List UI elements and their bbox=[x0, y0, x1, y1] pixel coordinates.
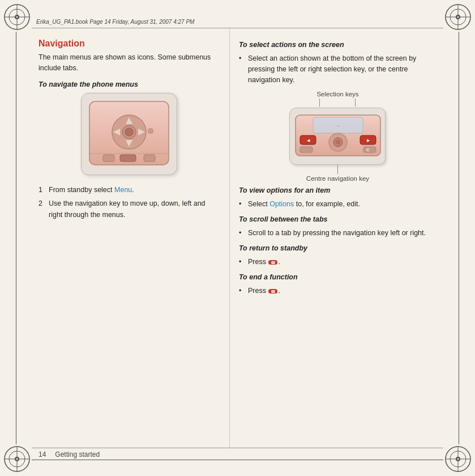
subsection-view-options: To view options for an item bbox=[239, 186, 437, 194]
svg-rect-36 bbox=[144, 155, 155, 162]
bullet-list-scroll: Scroll to a tab by pressing the navigati… bbox=[239, 228, 437, 239]
selection-keys-diagram: Selection keys bbox=[289, 91, 386, 182]
centre-line bbox=[337, 165, 338, 174]
svg-text:~: ~ bbox=[337, 124, 340, 129]
line-right bbox=[355, 99, 356, 107]
steps-list: 1 From standby select Menu. 2 Use the na… bbox=[38, 184, 220, 220]
svg-rect-35 bbox=[120, 155, 136, 162]
section-title: Navigation bbox=[38, 39, 220, 49]
bullet-list-end: Press ☎ . bbox=[239, 286, 437, 296]
step-2-text: Use the navigation key to move up, down,… bbox=[49, 198, 220, 220]
svg-rect-48 bbox=[363, 147, 376, 152]
sel-phone-svg: ~ ◀ ▶ C bbox=[293, 113, 383, 158]
svg-rect-34 bbox=[103, 155, 114, 162]
svg-point-17 bbox=[16, 458, 18, 460]
bullet-scroll-text: Scroll to a tab by pressing the navigati… bbox=[248, 228, 426, 239]
bullet-list-select-actions: Select an action shown at the bottom of … bbox=[239, 53, 437, 85]
svg-point-5 bbox=[16, 16, 18, 18]
svg-text:☎: ☎ bbox=[271, 290, 276, 294]
nav-phone-svg bbox=[87, 99, 171, 167]
svg-rect-32 bbox=[148, 129, 153, 133]
line-left bbox=[319, 99, 320, 107]
corner-decoration-tl bbox=[2, 2, 32, 32]
corner-decoration-br bbox=[443, 444, 473, 474]
step-1: 1 From standby select Menu. bbox=[38, 184, 220, 196]
bullet-return-text: Press ☎ . bbox=[248, 257, 280, 267]
header-text: Erika_UG_PA1.book Page 14 Friday, August… bbox=[36, 19, 194, 25]
bullet-list-return: Press ☎ . bbox=[239, 257, 437, 267]
end-call-icon: ☎ bbox=[268, 258, 278, 265]
step-2-num: 2 bbox=[38, 198, 46, 220]
border-right bbox=[459, 32, 459, 444]
svg-text:C: C bbox=[367, 148, 370, 152]
corner-decoration-tr bbox=[443, 2, 473, 32]
bullet-view-option: Select Options to, for example, edit. bbox=[239, 199, 437, 210]
page-number: 14 bbox=[38, 450, 46, 458]
nav-phone-image-container bbox=[38, 93, 220, 175]
header-bar: Erika_UG_PA1.book Page 14 Friday, August… bbox=[32, 16, 443, 28]
subsection-end-function: To end a function bbox=[239, 273, 437, 281]
svg-rect-47 bbox=[300, 147, 313, 152]
step-2: 2 Use the navigation key to move up, dow… bbox=[38, 198, 220, 220]
step-1-highlight: Menu bbox=[114, 186, 132, 194]
svg-point-44 bbox=[336, 140, 340, 144]
footer-section: Getting started bbox=[55, 450, 100, 458]
svg-point-23 bbox=[457, 458, 459, 460]
subsection-scroll-tabs: To scroll between the tabs bbox=[239, 215, 437, 223]
corner-decoration-bl bbox=[2, 444, 32, 474]
centre-nav-label: Centre navigation key bbox=[306, 175, 369, 182]
left-column: Navigation The main menus are shown as i… bbox=[32, 28, 229, 448]
subsection-select-actions: To select actions on the screen bbox=[239, 41, 437, 49]
border-left bbox=[16, 32, 16, 444]
section-body: The main menus are shown as icons. Some … bbox=[38, 52, 220, 74]
bullet-return: Press ☎ . bbox=[239, 257, 437, 267]
options-highlight: Options bbox=[269, 200, 294, 208]
subsection-return-standby: To return to standby bbox=[239, 244, 437, 252]
step-1-text: From standby select Menu. bbox=[49, 184, 134, 196]
bullet-view-text: Select Options to, for example, edit. bbox=[248, 199, 360, 210]
subsection-navigate: To navigate the phone menus bbox=[38, 80, 220, 88]
main-content: Navigation The main menus are shown as i… bbox=[32, 28, 443, 448]
right-column: To select actions on the screen Select a… bbox=[229, 28, 443, 448]
footer: 14 Getting started bbox=[32, 448, 443, 460]
step-1-num: 1 bbox=[38, 184, 46, 196]
bullet-list-view-options: Select Options to, for example, edit. bbox=[239, 199, 437, 210]
bullet-end-text: Press ☎ . bbox=[248, 286, 280, 296]
end-call-icon-2: ☎ bbox=[268, 287, 278, 294]
svg-point-27 bbox=[125, 128, 133, 136]
svg-point-11 bbox=[457, 16, 459, 18]
bullet-scroll: Scroll to a tab by pressing the navigati… bbox=[239, 228, 437, 239]
svg-text:☎: ☎ bbox=[271, 261, 276, 265]
bullet-end: Press ☎ . bbox=[239, 286, 437, 296]
selection-keys-label: Selection keys bbox=[316, 91, 358, 97]
bullet-select-text: Select an action shown at the bottom of … bbox=[248, 53, 437, 85]
bullet-select-action: Select an action shown at the bottom of … bbox=[239, 53, 437, 85]
